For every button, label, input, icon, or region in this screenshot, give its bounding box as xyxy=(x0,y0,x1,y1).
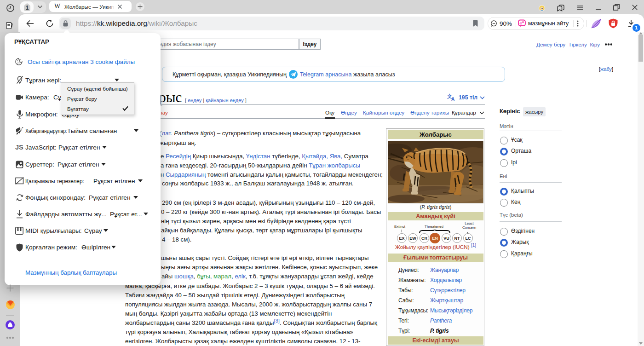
svg-text:«“: «“ xyxy=(519,21,524,26)
svg-text:A: A xyxy=(451,97,454,101)
svg-text:1: 1 xyxy=(26,5,29,11)
